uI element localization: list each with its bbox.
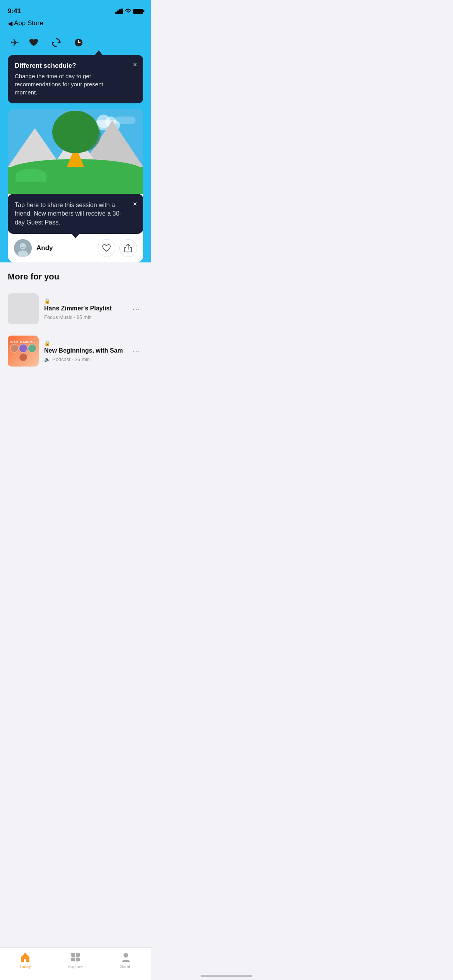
list-item[interactable]: Dear Headspace 🔒 New Beginnings, with Sa… [8,330,143,372]
signal-icon [115,9,123,14]
heart-icon [29,38,39,47]
schedule-popup-title: Different schedule? [15,62,136,70]
tree-crown [52,111,99,153]
face-2 [19,344,27,353]
grass-left-bump [15,169,46,182]
refresh-icon [51,38,61,48]
refresh-button[interactable] [48,35,64,50]
share-tooltip[interactable]: Tap here to share this session with a fr… [8,194,143,234]
thumbnail-hans-zimmer [8,293,39,324]
content-title-hans: Hans Zimmer's Playlist [44,305,124,313]
subtitle-text-sam: Podcast · 26 min [52,356,90,362]
clock-button[interactable] [71,35,86,50]
avatar-image [14,239,32,257]
content-info-sam: 🔒 New Beginnings, with Sam 🔈 Podcast · 2… [44,340,124,362]
clock-icon [74,38,84,48]
author-name: Andy [36,244,53,252]
scene-illustration [8,109,143,194]
like-button[interactable] [98,239,115,257]
popup-arrow [95,50,103,55]
lock-icon-sam: 🔒 [44,340,50,346]
heart-tod-button[interactable] [26,35,41,50]
tod-icons-row: ✈ [8,35,143,55]
share-button[interactable] [119,239,137,257]
session-actions [98,239,137,257]
dear-headspace-thumbnail: Dear Headspace [8,336,39,367]
lock-row-hans: 🔒 [44,298,124,304]
schedule-popup-text: Change the time of day to get recommenda… [15,72,136,96]
thumbnail-dear-headspace: Dear Headspace [8,336,39,367]
content-list: 🔒 Hans Zimmer's Playlist Focus Music · 8… [8,288,143,372]
list-item[interactable]: 🔒 Hans Zimmer's Playlist Focus Music · 8… [8,288,143,330]
face-4 [19,353,27,362]
more-options-sam[interactable]: ··· [129,345,143,357]
status-icons [115,9,143,14]
svg-rect-2 [119,9,121,14]
avatar [14,239,32,257]
battery-icon [133,9,143,14]
more-section: More for you 🔒 Hans Zimmer's Playlist Fo… [0,262,151,376]
lock-icon-hans: 🔒 [44,298,50,304]
more-options-hans[interactable]: ··· [129,303,143,315]
face-1 [10,344,19,353]
sound-icon-sam: 🔈 [44,356,50,362]
share-tooltip-text: Tap here to share this session with a fr… [15,201,124,227]
content-subtitle-hans: Focus Music · 85 min [44,314,124,320]
sky-area: ✈ Different schedule? Chang [0,31,151,262]
content-title-sam: New Beginnings, with Sam [44,347,124,355]
share-icon [124,244,132,252]
content-info-hans: 🔒 Hans Zimmer's Playlist Focus Music · 8… [44,298,124,320]
schedule-popup-close[interactable]: × [133,61,137,68]
back-label: App Store [14,19,43,27]
svg-rect-1 [117,10,119,14]
wifi-icon [125,9,132,14]
grey-thumbnail [8,293,39,324]
plane-icon: ✈ [10,36,19,49]
content-subtitle-sam: 🔈 Podcast · 26 min [44,356,124,362]
bottom-spacer [0,376,151,415]
lock-row-sam: 🔒 [44,340,124,346]
back-button[interactable]: ◀ App Store [8,19,43,27]
svg-point-6 [20,243,26,249]
heart-outline-icon [102,244,111,252]
scene-card[interactable]: Tap here to share this session with a fr… [8,109,143,262]
face-row [8,344,39,362]
schedule-popup: Different schedule? Change the time of d… [8,55,143,103]
nav-bar: ◀ App Store [0,17,151,31]
cloud-2 [114,117,136,124]
subtitle-text-hans: Focus Music · 85 min [44,314,92,320]
share-tooltip-close[interactable]: × [133,200,137,208]
svg-rect-3 [121,9,123,14]
dear-headspace-label: Dear Headspace [10,341,36,343]
status-time: 9:41 [8,7,21,15]
more-title: More for you [8,272,143,282]
svg-rect-0 [115,12,117,14]
back-arrow-icon: ◀ [8,20,12,27]
face-3 [28,344,36,353]
status-bar: 9:41 [0,0,151,17]
share-arrow-down [72,234,79,238]
session-author: Andy [14,239,53,257]
